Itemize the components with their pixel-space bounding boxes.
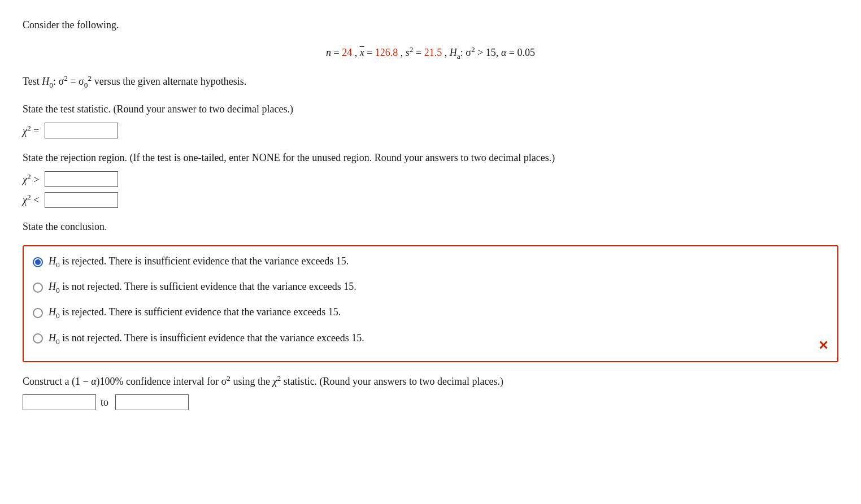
option-2-text: H0 is not rejected. There is sufficient … xyxy=(49,279,356,296)
n-value: 24 xyxy=(342,47,352,58)
chi-less-input[interactable] xyxy=(45,192,118,208)
confidence-label: Construct a (1 − α)100% confidence inter… xyxy=(23,372,838,390)
conclusion-option-1[interactable]: H0 is rejected. There is insufficient ev… xyxy=(33,253,828,271)
rejection-label: State the rejection region. (If the test… xyxy=(23,150,838,166)
comma2: , s2 xyxy=(401,47,414,58)
option-4-text: H0 is not rejected. There is insufficien… xyxy=(49,330,364,347)
s-equals: = xyxy=(416,47,424,58)
radio-1[interactable] xyxy=(33,257,43,267)
radio-2[interactable] xyxy=(33,283,43,293)
ci-to-label: to xyxy=(101,394,108,411)
chi-greater-input[interactable] xyxy=(45,171,118,187)
ci-lower-input[interactable] xyxy=(23,394,96,410)
conclusion-option-3[interactable]: H0 is rejected. There is sufficient evid… xyxy=(33,304,828,321)
chi-square-line: χ2 = xyxy=(23,122,838,140)
conclusion-option-4[interactable]: H0 is not rejected. There is insufficien… xyxy=(33,330,828,347)
option-1-text: H0 is rejected. There is insufficient ev… xyxy=(49,253,349,271)
confidence-inputs: to xyxy=(23,394,838,411)
conclusion-option-2[interactable]: H0 is not rejected. There is sufficient … xyxy=(33,279,828,296)
conclusion-box: H0 is rejected. There is insufficient ev… xyxy=(23,245,838,362)
comma1: , xyxy=(355,47,360,58)
s-value: 21.5 xyxy=(424,47,442,58)
chi-greater-symbol: χ2 > xyxy=(23,171,39,188)
n-label: n xyxy=(326,47,331,58)
chi-square-symbol: χ2 = xyxy=(23,122,39,140)
confidence-interval-section: Construct a (1 − α)100% confidence inter… xyxy=(23,372,838,411)
test-statistic-section: State the test statistic. (Round your an… xyxy=(23,101,838,140)
chi-greater-line: χ2 > xyxy=(23,171,838,188)
rejection-section: State the rejection region. (If the test… xyxy=(23,150,838,208)
equals-sign: = xyxy=(334,47,342,58)
radio-4[interactable] xyxy=(33,333,43,344)
x-equals: = xyxy=(367,47,375,58)
comma3: , Ha: σ2 > 15, α = 0.05 xyxy=(445,47,535,58)
x-bar-label: x xyxy=(360,47,364,58)
test-statistic-label: State the test statistic. (Round your an… xyxy=(23,101,838,118)
x-value: 126.8 xyxy=(375,47,398,58)
formula-line: n = 24 , x = 126.8 , s2 = 21.5 , Ha: σ2 … xyxy=(23,44,838,62)
intro-text: Consider the following. xyxy=(23,17,838,33)
chi-less-symbol: χ2 < xyxy=(23,191,39,208)
chi-square-input[interactable] xyxy=(45,123,118,138)
option-3-text: H0 is rejected. There is sufficient evid… xyxy=(49,304,341,321)
conclusion-section: State the conclusion. xyxy=(23,219,838,235)
conclusion-label: State the conclusion. xyxy=(23,219,838,235)
ci-upper-input[interactable] xyxy=(115,394,189,410)
hypothesis-line: Test H0: σ2 = σ02 versus the given alter… xyxy=(23,72,838,91)
intro-label: Consider the following. xyxy=(23,19,119,31)
wrong-mark: ✕ xyxy=(818,336,828,355)
chi-less-line: χ2 < xyxy=(23,191,838,208)
radio-3[interactable] xyxy=(33,308,43,318)
